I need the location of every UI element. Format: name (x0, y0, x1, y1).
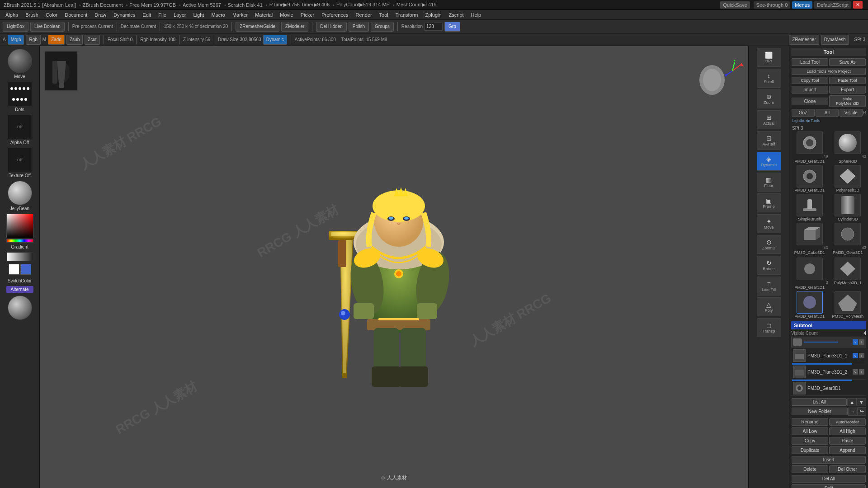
zsub-btn[interactable]: Zsub (66, 35, 83, 45)
menu-item-color[interactable]: Color (42, 11, 61, 19)
all-low-btn[interactable]: All Low (792, 427, 828, 435)
transp-btn[interactable]: ◻ Transp (757, 318, 781, 337)
menu-item-dynamics[interactable]: Dynamics (110, 11, 139, 19)
del-hidden-btn[interactable]: Del Hidden (316, 22, 346, 32)
tool-item-polymesh2[interactable]: PM3D_PolyMesh (830, 291, 867, 319)
del-other-btn[interactable]: Del Other (829, 465, 866, 473)
up-arrow[interactable]: ▲ (847, 398, 857, 406)
menu-item-document[interactable]: Document (61, 11, 91, 19)
alpha-off-item[interactable]: Off Alpha Off (8, 115, 32, 145)
folder-arrow[interactable]: → (848, 408, 858, 416)
zoom-btn[interactable]: ⊕ Zoom (757, 89, 781, 108)
auto-reorder-btn[interactable]: AutoReorder (829, 418, 866, 426)
zadd-btn[interactable]: Zadd (48, 35, 65, 45)
color-square[interactable] (6, 214, 33, 238)
append-btn[interactable]: Append (829, 446, 866, 454)
tool-item-polymesh[interactable]: PolyMesh3D (830, 165, 867, 192)
rgb-btn[interactable]: Rgb (26, 35, 40, 45)
menu-item-macro[interactable]: Macro (208, 11, 229, 19)
subtool-gear[interactable]: PM3D_Gear3D1 (791, 381, 866, 396)
rename-btn[interactable]: Rename (792, 418, 828, 426)
plane2-lock[interactable]: l (859, 369, 864, 375)
paste-btn2[interactable]: Paste (829, 437, 866, 445)
subtool-plane2[interactable]: PM3D_Plane3D1_2 v l (791, 365, 866, 380)
zmodeler-btn[interactable]: ZModeler (281, 22, 308, 32)
all-btn[interactable]: All (816, 109, 839, 117)
groups-btn[interactable]: Groups (371, 22, 394, 32)
menu-item-layer[interactable]: Layer (170, 11, 190, 19)
goz-btn[interactable]: GoZ (792, 109, 815, 117)
tool-item-gear2[interactable]: PM3D_Gear3D1 (791, 165, 828, 192)
make-polymesh-btn[interactable]: Make PolyMesh3D (829, 95, 866, 107)
save-as-btn[interactable]: Save As (829, 58, 866, 66)
viewport-thumbnail[interactable] (44, 51, 78, 91)
menu-item-picker[interactable]: Picker (297, 11, 318, 19)
alternate-btn[interactable]: Alternate (6, 286, 33, 293)
subtool-plane1[interactable]: PM3D_Plane3D1_1 v l (791, 348, 866, 363)
dynamesh-btn[interactable]: DynaMesh (821, 35, 849, 45)
new-folder-btn[interactable]: New Folder (792, 408, 848, 415)
menu-item-light[interactable]: Light (190, 11, 208, 19)
dynamic-btn[interactable]: Dynamic (263, 35, 287, 45)
copy-btn2[interactable]: Copy (792, 437, 828, 445)
export-btn[interactable]: Export (829, 86, 866, 94)
plane1-lock[interactable]: l (859, 353, 864, 358)
actual-btn[interactable]: ⊞ Actual (757, 110, 781, 129)
menu-item-brush[interactable]: Brush (22, 11, 42, 19)
switch-white[interactable] (9, 264, 19, 275)
menu-item-tool[interactable]: Tool (376, 11, 392, 19)
linefill-btn[interactable]: ≡ Line Fill (757, 277, 781, 296)
switch-blue[interactable] (20, 264, 31, 275)
texture-off-item[interactable]: Off Texture Off (8, 148, 32, 178)
color-hue-bar[interactable] (6, 239, 33, 243)
zremesher-btn[interactable]: ZRemesher (789, 35, 819, 45)
close-btn[interactable]: ✕ (853, 1, 863, 9)
zoomd-btn[interactable]: ⊙ ZoomD (757, 235, 781, 254)
clone-btn[interactable]: Clone (792, 98, 828, 105)
all-high-btn[interactable]: All High (829, 427, 866, 435)
aahalf-btn[interactable]: ⊡ AAHalf (757, 131, 781, 150)
zcut-btn[interactable]: Zcut (85, 35, 99, 45)
move-brush[interactable]: Move (8, 49, 32, 79)
live-boolean-btn[interactable]: Live Boolean (30, 22, 65, 32)
move-nav-btn[interactable]: ✦ Move (757, 214, 781, 233)
down-arrow[interactable]: ▼ (857, 398, 866, 406)
tool-item-sphere[interactable]: 43 Sphere3D (830, 131, 867, 164)
menu-item-file[interactable]: File (155, 11, 170, 19)
menu-item-draw[interactable]: Draw (91, 11, 110, 19)
material-sphere[interactable] (8, 296, 32, 320)
list-all-btn[interactable]: List All (792, 398, 847, 406)
paste-tool-btn[interactable]: Paste Tool (829, 77, 866, 84)
rotate-nav-btn[interactable]: ↻ Rotate (757, 256, 781, 275)
plane2-vis[interactable]: v (853, 369, 858, 375)
menu-item-marker[interactable]: Marker (229, 11, 251, 19)
menu-item-alpha[interactable]: Alpha (2, 11, 22, 19)
scroll-btn[interactable]: ↕ Scroll (757, 69, 781, 88)
mrgb-btn[interactable]: Mrgb (8, 35, 24, 45)
switch-color[interactable] (9, 264, 31, 275)
tool-item-cylinder[interactable]: Cylinder3D (830, 194, 867, 221)
menu-item-movie[interactable]: Movie (276, 11, 297, 19)
color-picker[interactable] (6, 214, 33, 241)
floor-btn[interactable]: ▦ Floor (757, 173, 781, 192)
insert-btn[interactable]: Insert (792, 456, 866, 464)
dots-brush[interactable]: Dots (8, 82, 32, 112)
copy-tool-btn[interactable]: Copy Tool (792, 77, 828, 84)
tool-item-simplebrush[interactable]: SimpleBrush (791, 194, 828, 221)
tool-item-gear4[interactable]: 3 PM3D_Gear3D1 (791, 258, 828, 290)
lightbox-btn[interactable]: LightBox (3, 22, 28, 32)
menu-item-render[interactable]: Render (352, 11, 376, 19)
resolution-input[interactable] (425, 23, 443, 31)
menu-item-help[interactable]: Help (467, 11, 485, 19)
lightbox-tools-label[interactable]: Lightbox▶Tools (792, 118, 865, 123)
polish-btn[interactable]: Polish (349, 22, 369, 32)
import-btn[interactable]: Import (792, 86, 828, 94)
del-all-btn[interactable]: Del All (792, 475, 866, 483)
load-tools-project-btn[interactable]: Load Tools From Project (792, 68, 866, 75)
menus-btn[interactable]: Menus (792, 1, 812, 9)
quicksave-btn[interactable]: QuickSave (720, 1, 750, 9)
folder-arrow2[interactable]: ↪ (858, 407, 866, 416)
frame-btn[interactable]: ▣ Frame (757, 193, 781, 212)
menu-item-preferences[interactable]: Preferences (318, 11, 352, 19)
tool-item-pm3d1[interactable]: PolyMesh3D_1 (830, 258, 867, 290)
